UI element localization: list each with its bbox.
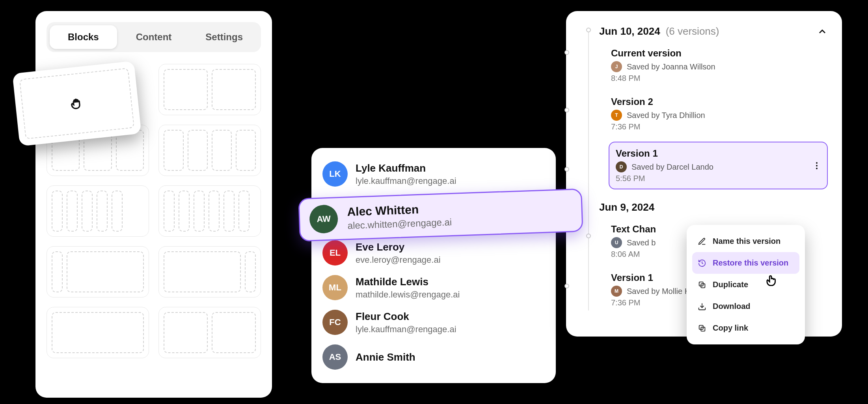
pencil-icon [698,237,706,246]
menu-copy-link[interactable]: Copy link [692,317,799,339]
saved-by: Saved by Joanna Willson [627,62,715,71]
date-label: Jun 10, 2024 [599,25,660,37]
avatar: EL [322,240,348,266]
person-email: lyle.kauffman@rengage.ai [356,324,456,335]
person-item[interactable]: FC Fleur Cook lyle.kauffman@rengage.ai [320,305,547,340]
avatar: J [611,61,622,72]
date-group-header[interactable]: Jun 9, 2024 [585,201,828,213]
avatar: D [616,161,627,172]
person-name: Alec Whitten [347,202,452,219]
person-item[interactable]: LK Lyle Kauffman lyle.kauffman@rengage.a… [320,157,547,191]
block-layout-5col[interactable] [47,185,149,237]
menu-download[interactable]: Download [692,296,799,317]
menu-label: Duplicate [713,280,748,289]
version-time: 7:36 PM [611,122,825,131]
avatar: AS [322,344,348,370]
version-item[interactable]: Current version JSaved by Joanna Willson… [609,45,828,86]
svg-point-0 [816,162,818,164]
block-layout-2col[interactable] [158,64,261,115]
tabs-bar: Blocks Content Settings [47,22,261,52]
grab-cursor-icon [68,95,86,112]
person-item[interactable]: ML Mathilde Lewis mathilde.lewis@rengage… [320,270,547,305]
version-time: 5:56 PM [616,174,821,183]
person-email: alec.whitten@rengage.ai [347,217,452,231]
tab-blocks[interactable]: Blocks [50,25,117,49]
svg-point-2 [816,168,818,169]
menu-label: Restore this version [713,258,788,267]
block-layout-extra[interactable] [47,307,149,358]
avatar: M [611,286,622,297]
version-item[interactable]: Version 2 TSaved by Tyra Dhillion 7:36 P… [609,93,828,135]
avatar: LK [322,161,348,187]
more-vertical-icon[interactable] [812,161,821,170]
menu-label: Copy link [713,324,748,333]
menu-name-version[interactable]: Name this version [692,230,799,252]
person-email: eve.leroy@rengage.ai [356,255,441,265]
version-title: Current version [611,48,825,59]
person-email: lyle.kauffman@rengage.ai [356,176,456,186]
block-layout-4col[interactable] [158,125,261,176]
block-layout-left-narrow[interactable] [47,246,149,297]
avatar: T [611,110,622,121]
menu-label: Name this version [713,237,780,246]
menu-duplicate[interactable]: Duplicate [692,274,799,296]
version-title: Version 1 [616,148,821,159]
version-title: Version 2 [611,96,825,107]
block-layout-extra2[interactable] [158,307,261,358]
person-name: Eve Leroy [356,241,441,253]
date-label: Jun 9, 2024 [599,201,654,213]
avatar: FC [322,310,348,335]
avatar: ML [322,275,348,300]
history-icon [698,259,706,267]
copy-icon [698,324,706,333]
svg-point-1 [816,165,818,166]
person-name: Annie Smith [356,351,415,363]
menu-restore-version[interactable]: Restore this version [692,252,799,274]
dragging-block[interactable] [12,61,142,146]
avatar: AW [309,204,338,234]
version-context-menu: Name this version Restore this version D… [687,225,805,344]
block-layout-right-narrow[interactable] [158,246,261,297]
version-time: 8:48 PM [611,74,825,83]
tab-content[interactable]: Content [120,25,188,49]
pointer-cursor-icon [764,273,779,288]
person-item[interactable]: EL Eve Leroy eve.leroy@rengage.ai [320,236,547,270]
block-layout-6col[interactable] [158,185,261,237]
tab-settings[interactable]: Settings [190,25,258,49]
person-name: Lyle Kauffman [356,162,456,174]
copy-icon [698,281,706,289]
date-group-header[interactable]: Jun 10, 2024 (6 versions) [585,25,828,37]
saved-by: Saved by Darcel Lando [631,163,713,172]
menu-label: Download [713,302,751,311]
avatar: U [611,237,622,248]
chevron-up-icon [817,26,828,37]
saved-by: Saved by Tyra Dhillion [627,111,705,120]
download-icon [698,302,706,311]
person-email: mathilde.lewis@rengage.ai [356,290,460,300]
person-name: Fleur Cook [356,310,456,323]
version-item-selected[interactable]: Version 1 DSaved by Darcel Lando 5:56 PM [609,142,828,189]
person-item[interactable]: AS Annie Smith [320,340,547,374]
person-name: Mathilde Lewis [356,276,460,288]
saved-by: Saved b [627,238,656,247]
people-panel: LK Lyle Kauffman lyle.kauffman@rengage.a… [311,148,556,383]
date-count: (6 versions) [666,25,719,37]
